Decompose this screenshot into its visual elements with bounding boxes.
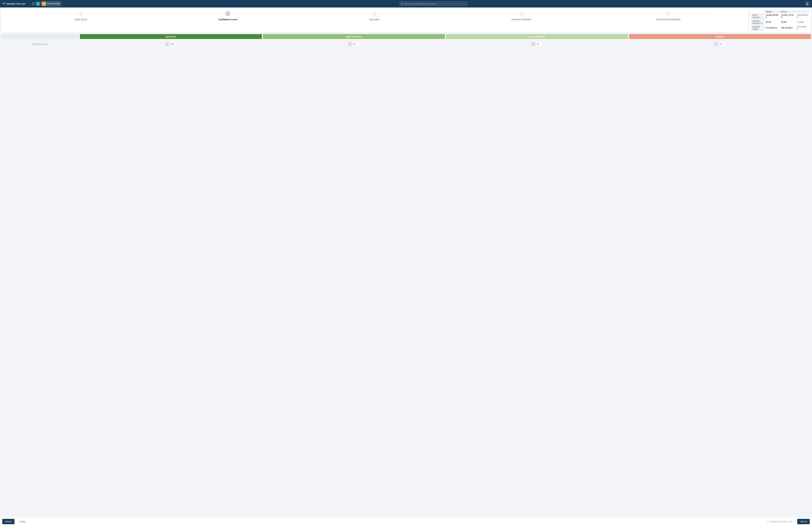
conf-cell-low-confidence: ≥ bbox=[446, 40, 628, 48]
step-1[interactable]: 1 Value Driver bbox=[8, 11, 154, 21]
summary-header-row: Attuale Nuovo bbox=[751, 10, 809, 13]
step-number: 2 bbox=[226, 11, 230, 16]
step-label: Panoramica dell'articolo bbox=[656, 18, 680, 21]
search-icon bbox=[401, 3, 403, 5]
stepper-card: 1 Value Driver 2 Confidence Level 3 Exec… bbox=[1, 9, 748, 32]
conf-cell-quick-win: ≥ bbox=[80, 40, 262, 48]
metric-current: 474.428,04 € bbox=[764, 25, 780, 31]
metric-new: 495.343,99 € bbox=[780, 25, 795, 31]
metric-current: 55,3% bbox=[764, 19, 780, 25]
brand-logo[interactable]: MP MARKTPILOT bbox=[2, 2, 26, 5]
main-area: 1 Value Driver 2 Confidence Level 3 Exec… bbox=[0, 8, 812, 517]
summary-row: Absolute margin 474.428,04 € 495.343,99 … bbox=[751, 25, 809, 31]
summary-row: Average margin in % 55,3% 56,6% +1,3%p bbox=[751, 19, 809, 25]
threshold-input-quick-win[interactable]: ≥ bbox=[165, 42, 177, 46]
operator: ≥ bbox=[531, 42, 536, 46]
user-icon bbox=[806, 2, 809, 5]
brand-text: MARKTPILOT bbox=[7, 2, 26, 5]
conf-header-low-confidence: Low Confidence bbox=[446, 34, 628, 39]
operator: ≥ bbox=[348, 42, 352, 46]
threshold-value[interactable] bbox=[352, 42, 360, 46]
operator: ≥ bbox=[165, 42, 170, 46]
metric-name: Average margin in % bbox=[751, 19, 764, 25]
search-input[interactable] bbox=[404, 3, 466, 5]
confidence-grid: Quick Win High Confidence Low Confidence… bbox=[1, 34, 811, 48]
metric-new: 16.526.712,05 € bbox=[780, 13, 795, 19]
confidence-score-label: Confidence Score bbox=[1, 40, 79, 48]
step-2[interactable]: 2 Confidence Level bbox=[154, 11, 301, 21]
metric-name: Absolute margin bbox=[751, 25, 764, 31]
brand-mark: MP bbox=[2, 2, 6, 5]
metric-name: Parts revenue bbox=[751, 13, 764, 19]
priceguide-label: PRICEGUIDE bbox=[47, 3, 60, 5]
summary-card: Attuale Nuovo Parts revenue 16.086.255,0… bbox=[749, 9, 811, 32]
conf-header-validation: Validation bbox=[629, 34, 811, 39]
summary-row: Parts revenue 16.086.255,08 € 16.526.712… bbox=[751, 13, 809, 19]
dashboard-pie-icon[interactable] bbox=[32, 2, 35, 5]
step-number: 4 bbox=[519, 11, 524, 16]
check-icon bbox=[767, 521, 769, 523]
col-new: Nuovo bbox=[780, 10, 795, 13]
brand-text-main: MARKTPILOT bbox=[7, 2, 26, 5]
threshold-input-validation[interactable]: < bbox=[714, 42, 726, 46]
operator: < bbox=[714, 42, 719, 46]
conf-header-quick-win: Quick Win bbox=[80, 34, 262, 39]
user-avatar[interactable] bbox=[805, 1, 810, 6]
step-label: Value Driver bbox=[75, 18, 87, 21]
tool-g-icon: G bbox=[42, 2, 46, 6]
step-label: Execution bbox=[369, 18, 379, 21]
step-4[interactable]: 4 Revenue Projection bbox=[448, 11, 595, 21]
back-button[interactable]: Indietro bbox=[2, 519, 14, 524]
threshold-value[interactable] bbox=[170, 42, 177, 46]
top-panels: 1 Value Driver 2 Confidence Level 3 Exec… bbox=[1, 9, 811, 32]
step-label: Confidence Level bbox=[218, 18, 237, 21]
threshold-value[interactable] bbox=[536, 42, 543, 46]
step-number: 1 bbox=[78, 11, 83, 16]
exit-button[interactable]: Uscita bbox=[17, 519, 28, 524]
metric-new: 56,6% bbox=[780, 19, 795, 25]
metric-delta: +1,3%p bbox=[795, 19, 809, 25]
priceguide-button[interactable]: G PRICEGUIDE bbox=[41, 1, 61, 6]
autosave-timestamp: 30/10/23, 14:54 bbox=[779, 521, 793, 523]
autosave-prefix: Autosave bbox=[770, 521, 778, 523]
top-bar: MP MARKTPILOT R G PRICEGUIDE bbox=[0, 0, 812, 8]
col-current: Attuale bbox=[764, 10, 780, 13]
next-button[interactable]: Ulteriori bbox=[797, 519, 810, 524]
threshold-input-high-confidence[interactable]: ≥ bbox=[348, 42, 360, 46]
summary-table: Attuale Nuovo Parts revenue 16.086.255,0… bbox=[751, 10, 809, 31]
step-3[interactable]: 3 Execution bbox=[301, 11, 448, 21]
metric-delta: +20.915,95 € bbox=[795, 25, 809, 31]
metric-current: 16.086.255,08 € bbox=[764, 13, 780, 19]
conf-header-high-confidence: High Confidence bbox=[263, 34, 445, 39]
step-number: 5 bbox=[666, 11, 671, 16]
search-wrap bbox=[63, 1, 803, 6]
conf-cell-high-confidence: ≥ bbox=[263, 40, 445, 48]
conf-header-empty bbox=[1, 34, 79, 39]
stepper: 1 Value Driver 2 Confidence Level 3 Exec… bbox=[8, 11, 742, 21]
tool-icons: R G PRICEGUIDE bbox=[32, 1, 61, 6]
footer-bar: Indietro Uscita Autosave 30/10/23, 14:54… bbox=[0, 517, 812, 526]
step-label: Revenue Projection bbox=[511, 18, 531, 21]
step-number: 3 bbox=[372, 11, 377, 16]
step-5[interactable]: 5 Panoramica dell'articolo bbox=[595, 11, 742, 21]
threshold-value[interactable] bbox=[719, 42, 726, 46]
autosave-status: Autosave 30/10/23, 14:54 bbox=[767, 521, 793, 523]
threshold-input-low-confidence[interactable]: ≥ bbox=[531, 42, 543, 46]
tool-r-icon[interactable]: R bbox=[36, 2, 40, 6]
metric-delta: +440.456,96 € bbox=[795, 13, 809, 19]
search-box[interactable] bbox=[399, 1, 467, 6]
conf-cell-validation: < bbox=[629, 40, 811, 48]
